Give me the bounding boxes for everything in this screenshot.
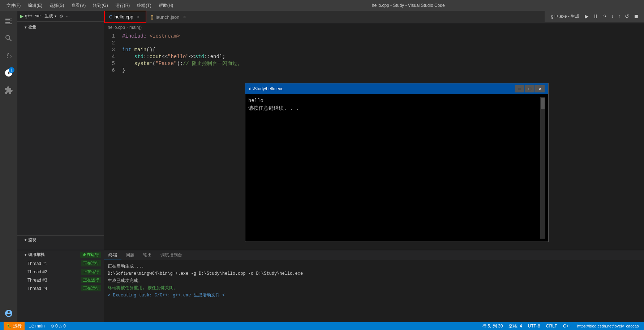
tab-label-launch: launch.json: [156, 14, 180, 20]
debug-config-chevron[interactable]: ▾: [55, 14, 56, 18]
code-line-5: system("Pause");// 阻止控制台一闪而过。: [122, 60, 644, 67]
debug-step-over[interactable]: ↷: [601, 12, 609, 21]
call-stack-thread[interactable]: Thread #1正在运行: [17, 259, 104, 268]
status-encoding[interactable]: UTF-8: [527, 324, 542, 329]
debug-status-label: 🐛 运行: [7, 323, 22, 329]
debug-continue[interactable]: ▶: [583, 12, 591, 21]
panel-content: 正在启动生成.... D:\Software\mingw64\bin\g++.e…: [104, 260, 644, 322]
terminal-line-2: D:\Software\mingw64\bin\g++.exe -g D:\St…: [108, 270, 640, 277]
menu-view[interactable]: 查看(V): [68, 2, 89, 9]
activity-search[interactable]: [0, 30, 17, 47]
menu-select[interactable]: 选择(S): [47, 2, 67, 9]
variables-panel: ▾ 变量: [17, 22, 104, 235]
popup-title: d:\Study\hello.exe: [249, 86, 283, 91]
popup-close[interactable]: ✕: [535, 85, 545, 92]
status-right: 行 5, 列 30 空格: 4 UTF-8 CRLF C++ https://b…: [481, 323, 640, 329]
menu-edit[interactable]: 编辑(E): [25, 2, 45, 9]
code-line-3: int main(){: [122, 47, 644, 53]
main-layout: 1 ▶ g++.exe - 生成 ▾ ⚙ ··· ▾ 变量 ▾: [0, 11, 644, 322]
menu-run[interactable]: 运行(R): [112, 2, 133, 9]
bottom-panel: 终端 问题 输出 调试控制台 正在启动生成.... D:\Software\mi…: [104, 250, 644, 322]
status-lang[interactable]: C++: [562, 324, 573, 329]
menu-help[interactable]: 帮助(H): [156, 2, 176, 9]
json-icon: {}: [151, 14, 154, 19]
popup-minimize[interactable]: ─: [515, 85, 524, 92]
tab-close-launch[interactable]: ×: [182, 14, 188, 20]
call-stack-thread[interactable]: Thread #4正在运行: [17, 284, 104, 292]
activity-remote[interactable]: [0, 305, 17, 322]
activity-bar: 1: [0, 11, 17, 322]
debug-config-dropdown[interactable]: g++.exe - 生成: [548, 13, 582, 19]
debug-stop[interactable]: ⏹: [632, 12, 640, 21]
status-position[interactable]: 行 5, 列 30: [481, 323, 504, 329]
window-title: hello.cpp - Study - Visual Studio Code: [176, 3, 640, 8]
overflow-icon[interactable]: ···: [66, 14, 69, 18]
menu-file[interactable]: 文件(F): [4, 2, 23, 9]
terminal-line-7: > Executing task: C/C++: g++.exe 生成活动文件 …: [108, 292, 640, 299]
popup-maximize[interactable]: □: [525, 85, 534, 92]
call-stack-items: Thread #1正在运行Thread #2正在运行Thread #3正在运行T…: [17, 259, 104, 292]
status-bar: 🐛 运行 ⎇ main ⊘ 0 △ 0 行 5, 列 30 空格: 4 UTF-…: [0, 322, 644, 330]
debug-toolbar-area: ▶ g++.exe - 生成 ▾ ⚙ ···: [17, 11, 104, 22]
debug-step-into[interactable]: ↓: [609, 12, 615, 21]
variables-header[interactable]: ▾ 变量: [17, 23, 104, 31]
editor-area: C hello.cpp × {} launch.json × g++.exe -…: [104, 11, 644, 322]
panel-tab-problems[interactable]: 问题: [121, 250, 139, 260]
debug-step-out[interactable]: ↑: [616, 12, 622, 21]
call-stack-panel: ▾ 调用堆栈 正在运行 Thread #1正在运行Thread #2正在运行Th…: [17, 250, 104, 322]
settings-icon[interactable]: ⚙: [59, 14, 63, 19]
status-spaces[interactable]: 空格: 4: [507, 323, 523, 329]
code-line-4: std::cout<<"hello"<<std::endl;: [122, 53, 644, 60]
run-icon: ▶: [20, 14, 23, 19]
debug-pause[interactable]: ⏸: [591, 12, 600, 21]
breadcrumb-sep: ›: [126, 25, 128, 30]
code-line-1: #include <iostream>: [122, 33, 644, 40]
code-line-2: [122, 40, 644, 47]
status-left: 🐛 运行 ⎇ main ⊘ 0 △ 0: [4, 322, 67, 330]
status-eol[interactable]: CRLF: [545, 324, 559, 329]
popup-controls: ─ □ ✕: [515, 85, 545, 92]
callstack-status: 正在运行: [80, 252, 101, 258]
popup-line2: 请按任意键继续. . .: [248, 105, 540, 112]
debug-restart[interactable]: ↺: [623, 12, 631, 21]
activity-explorer[interactable]: [0, 12, 17, 30]
menu-goto[interactable]: 转到(G): [90, 2, 111, 9]
status-debug: 🐛 运行: [4, 322, 25, 330]
menu-bar[interactable]: 文件(F) 编辑(E) 选择(S) 查看(V) 转到(G) 运行(R) 终端(T…: [4, 2, 176, 9]
call-stack-thread[interactable]: Thread #3正在运行: [17, 276, 104, 284]
sidebar: ▶ g++.exe - 生成 ▾ ⚙ ··· ▾ 变量 ▾ 监视 ▾: [17, 11, 104, 322]
watch-header[interactable]: ▾ 监视: [17, 236, 104, 244]
popup-window: d:\Study\hello.exe ─ □ ✕ hello 请按任意键继续. …: [245, 83, 549, 242]
popup-body: hello 请按任意键继续. . .: [245, 94, 548, 242]
call-stack-thread[interactable]: Thread #2正在运行: [17, 268, 104, 276]
popup-titlebar: d:\Study\hello.exe ─ □ ✕: [245, 83, 548, 94]
panel-tabs: 终端 问题 输出 调试控制台: [104, 250, 644, 260]
tab-hello-cpp[interactable]: C hello.cpp ×: [104, 11, 146, 23]
panel-tab-terminal[interactable]: 终端: [104, 250, 121, 260]
status-url[interactable]: https://blog.csdn.net/lovely_caocao: [576, 324, 640, 328]
status-errors[interactable]: ⊘ 0 △ 0: [49, 324, 67, 329]
popup-scroll-thumb[interactable]: [541, 98, 545, 109]
tab-launch-json[interactable]: {} launch.json ×: [146, 11, 192, 23]
tab-close-hello[interactable]: ×: [136, 14, 141, 20]
menu-terminal[interactable]: 终端(T): [134, 2, 154, 9]
debug-config-label[interactable]: g++.exe - 生成: [25, 13, 53, 19]
breadcrumb-symbol[interactable]: main(): [129, 25, 142, 30]
activity-debug[interactable]: 1: [0, 64, 17, 82]
activity-extensions[interactable]: [0, 82, 17, 99]
global-debug-toolbar: g++.exe - 生成 ▶ ⏸ ↷ ↓ ↑ ↺ ⏹: [545, 11, 644, 22]
breadcrumb-file[interactable]: hello.cpp: [108, 25, 125, 30]
popup-line1: hello: [248, 97, 540, 105]
panel-tab-output[interactable]: 输出: [139, 250, 156, 260]
code-line-6: }: [122, 67, 644, 74]
callstack-header[interactable]: ▾ 调用堆栈 正在运行: [17, 250, 104, 259]
breadcrumb: hello.cpp › main(): [104, 23, 644, 31]
popup-scrollbar[interactable]: [540, 97, 545, 239]
tab-label-hello: hello.cpp: [115, 14, 133, 19]
popup-text: hello 请按任意键继续. . .: [248, 97, 540, 239]
status-branch[interactable]: ⎇ main: [27, 324, 46, 329]
terminal-line-3: 生成已成功完成。: [108, 278, 640, 284]
activity-source-control[interactable]: [0, 47, 17, 64]
debug-badge: 1: [9, 67, 14, 73]
panel-tab-debug[interactable]: 调试控制台: [156, 250, 186, 260]
